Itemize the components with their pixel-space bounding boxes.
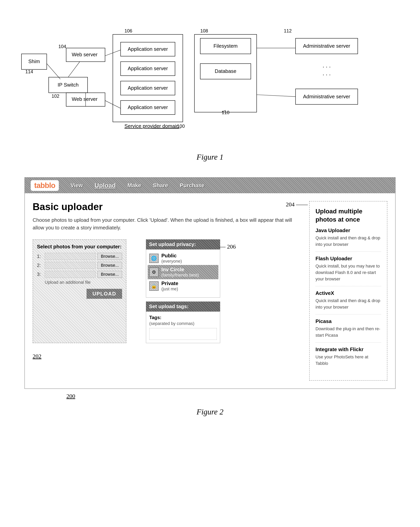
sidebar-option-flickr[interactable]: Integrate with Flickr Use your PhotoSets… bbox=[315, 346, 381, 371]
browse-btn-3[interactable]: Browse... bbox=[97, 271, 122, 278]
svg-text:Web server: Web server bbox=[72, 52, 97, 57]
tabblo-header: tabblo View Upload Make Share Purchase bbox=[25, 178, 395, 193]
svg-text:110: 110 bbox=[222, 110, 229, 115]
figure2-outer: tabblo View Upload Make Share Purchase B… bbox=[16, 177, 404, 399]
tabblo-body: Basic uploader Choose photos to upload f… bbox=[25, 193, 395, 388]
svg-text:112: 112 bbox=[284, 28, 292, 33]
file-row-2: 2: Browse... bbox=[37, 262, 122, 269]
sidebar-option-title-activex: ActiveX bbox=[315, 290, 381, 296]
privacy-option-invcircle[interactable]: ⚙ Inv Circle (family/friends best) bbox=[148, 265, 218, 279]
upload-button[interactable]: UPLOAD bbox=[86, 289, 122, 299]
page-title: Basic uploader bbox=[33, 201, 302, 212]
tags-input[interactable] bbox=[149, 328, 217, 340]
sidebar-option-flash[interactable]: Flash Uploader Quick install, but you ma… bbox=[315, 256, 381, 286]
sidebar-option-desc-java: Quick install and then drag & drop into … bbox=[315, 235, 381, 248]
sidebar-option-desc-flickr: Use your PhotoSets here at Tabblo bbox=[315, 354, 381, 367]
privacy-option-private[interactable]: 🔒 Private (just me) bbox=[149, 280, 217, 292]
figure1-label: Figure 1 bbox=[16, 153, 404, 162]
browse-btn-1[interactable]: Browse... bbox=[97, 253, 122, 260]
tags-hint: (separated by commas) bbox=[149, 321, 217, 326]
sidebar-option-desc-activex: Quick install and then drag & drop into … bbox=[315, 297, 381, 310]
tabblo-app: tabblo View Upload Make Share Purchase B… bbox=[24, 177, 396, 389]
page-subtitle: Choose photos to upload from your comput… bbox=[33, 216, 302, 231]
nav-view[interactable]: View bbox=[71, 182, 83, 188]
file-row-3: 3: Browse... bbox=[37, 271, 122, 278]
sidebar-option-desc-picasa: Download the plug-in and then re-start P… bbox=[315, 326, 381, 339]
svg-text:Application server: Application server bbox=[128, 66, 168, 71]
tabblo-logo: tabblo bbox=[31, 180, 59, 191]
svg-text:Filesystem: Filesystem bbox=[214, 43, 238, 49]
svg-text:104: 104 bbox=[58, 44, 66, 49]
nav-upload[interactable]: Upload bbox=[95, 182, 116, 189]
main-section: Basic uploader Choose photos to upload f… bbox=[33, 201, 302, 381]
sidebar-option-title-flickr: Integrate with Flickr bbox=[315, 346, 381, 352]
svg-text:Application server: Application server bbox=[128, 105, 168, 110]
privacy-section: Set upload privacy: 🌐 Public (everyone) bbox=[146, 239, 220, 343]
figure2-label: Figure 2 bbox=[16, 407, 404, 417]
tags-label: Tags: bbox=[149, 315, 217, 320]
svg-text:114: 114 bbox=[25, 69, 33, 74]
upload-form-title: Select photos from your computer: bbox=[37, 244, 122, 250]
svg-text:Database: Database bbox=[215, 68, 236, 74]
upload-form-box: Select photos from your computer: 1: Bro… bbox=[33, 239, 126, 343]
svg-line-42 bbox=[257, 95, 296, 97]
privacy-box-title: Set upload privacy: bbox=[146, 239, 220, 249]
file-row-1: 1: Browse... bbox=[37, 253, 122, 260]
svg-text:Service provider domain: Service provider domain bbox=[124, 123, 179, 129]
privacy-options: 🌐 Public (everyone) ⚙ bbox=[146, 249, 220, 297]
file-num-3: 3: bbox=[37, 272, 43, 277]
svg-text:Administrative server: Administrative server bbox=[303, 94, 350, 99]
privacy-icon-public: 🌐 bbox=[149, 254, 159, 263]
svg-text:. . .: . . . bbox=[323, 70, 331, 77]
svg-text:Application server: Application server bbox=[128, 85, 168, 91]
svg-text:Shim: Shim bbox=[28, 59, 40, 64]
svg-text:100: 100 bbox=[177, 123, 185, 129]
nav-purchase[interactable]: Purchase bbox=[180, 182, 205, 188]
svg-text:Application server: Application server bbox=[128, 46, 168, 52]
svg-text:IP Switch: IP Switch bbox=[58, 82, 78, 88]
privacy-icon-invcircle: ⚙ bbox=[149, 267, 159, 277]
svg-text:106: 106 bbox=[124, 28, 132, 33]
upload-additional-label: Upload an additional file bbox=[45, 280, 122, 285]
svg-text:Web server: Web server bbox=[72, 96, 97, 102]
browse-btn-2[interactable]: Browse... bbox=[97, 262, 122, 269]
sidebar-option-desc-flash: Quick install, but you may have to downl… bbox=[315, 263, 381, 282]
file-num-2: 2: bbox=[37, 263, 43, 268]
sidebar-title: Upload multiple photos at once bbox=[315, 207, 381, 224]
file-input-2[interactable] bbox=[45, 262, 96, 269]
svg-line-13 bbox=[47, 64, 60, 79]
svg-text:. . .: . . . bbox=[323, 62, 331, 69]
svg-text:102: 102 bbox=[52, 93, 59, 99]
svg-text:108: 108 bbox=[200, 28, 208, 33]
nav-make[interactable]: Make bbox=[128, 182, 141, 188]
tags-box-title: Set upload tags: bbox=[146, 301, 220, 311]
sidebar-option-title-flash: Flash Uploader bbox=[315, 256, 381, 262]
svg-line-11 bbox=[68, 62, 80, 77]
sidebar-option-java[interactable]: Java Uploader Quick install and then dra… bbox=[315, 228, 381, 252]
sidebar-option-title-picasa: Picasa bbox=[315, 318, 381, 324]
privacy-option-public[interactable]: 🌐 Public (everyone) bbox=[149, 253, 217, 264]
sidebar-option-title-java: Java Uploader bbox=[315, 228, 381, 233]
file-input-1[interactable] bbox=[45, 253, 96, 260]
svg-text:Administrative server: Administrative server bbox=[303, 43, 350, 49]
privacy-option-text-invcircle: Inv Circle (family/friends best) bbox=[161, 266, 199, 278]
privacy-option-text-private: Private (just me) bbox=[161, 280, 178, 292]
sidebar-option-activex[interactable]: ActiveX Quick install and then drag & dr… bbox=[315, 290, 381, 314]
nav-share[interactable]: Share bbox=[153, 182, 168, 188]
figure1-container: Shim 114 IP Switch 102 Web server 104 We… bbox=[16, 12, 404, 149]
file-input-3[interactable] bbox=[45, 271, 96, 278]
tags-area: Tags: (separated by commas) bbox=[146, 311, 220, 343]
file-num-1: 1: bbox=[37, 254, 43, 259]
privacy-icon-private: 🔒 bbox=[149, 281, 159, 291]
privacy-option-text-public: Public (everyone) bbox=[161, 253, 182, 264]
sidebar-option-picasa[interactable]: Picasa Download the plug-in and then re-… bbox=[315, 318, 381, 342]
right-sidebar: Upload multiple photos at once Java Uplo… bbox=[309, 201, 387, 381]
